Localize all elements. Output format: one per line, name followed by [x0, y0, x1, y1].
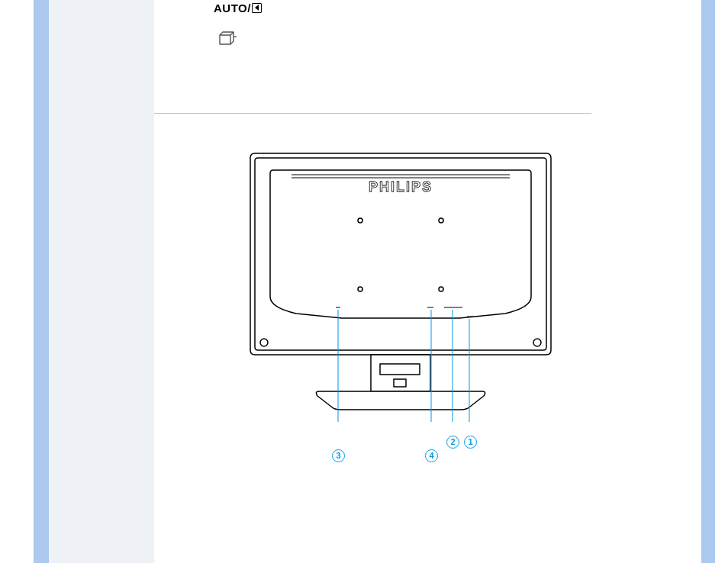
svg-point-3	[439, 287, 443, 291]
callout-3: 3	[332, 449, 345, 462]
monitor-rear-diagram: PHILIPS 1 2 3 4	[238, 147, 563, 422]
svg-point-0	[358, 218, 362, 223]
svg-point-4	[260, 339, 268, 346]
callout-2: 2	[446, 436, 459, 449]
left-arrow-box-icon	[252, 3, 262, 13]
left-outer-strip	[34, 0, 49, 563]
svg-rect-7	[394, 379, 406, 387]
page: AUTO/	[0, 0, 728, 563]
svg-point-1	[439, 218, 443, 223]
nav-sidebar	[49, 0, 154, 563]
right-outer-strip	[701, 0, 715, 563]
callout-number: 3	[332, 449, 345, 462]
svg-rect-6	[380, 364, 420, 375]
callout-number: 4	[425, 449, 438, 462]
callout-4: 4	[425, 449, 438, 462]
callout-1: 1	[464, 436, 477, 449]
content-pane: AUTO/	[154, 0, 701, 563]
lightframe-icon	[217, 31, 240, 50]
callout-number: 1	[464, 436, 477, 449]
svg-point-2	[358, 287, 362, 291]
section-divider	[154, 113, 591, 114]
auto-text: AUTO/	[214, 2, 251, 14]
brand-text: PHILIPS	[369, 179, 433, 195]
callout-number: 2	[446, 436, 459, 449]
auto-button-label: AUTO/	[214, 2, 262, 14]
svg-point-5	[533, 339, 541, 346]
